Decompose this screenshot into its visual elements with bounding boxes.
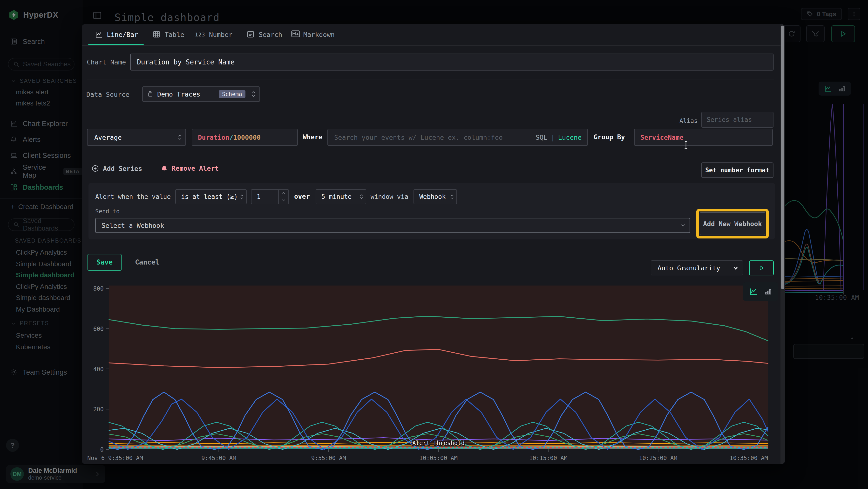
- select-chevrons-icon: [178, 134, 182, 141]
- alert-value-input[interactable]: 1: [251, 189, 289, 204]
- number-token: 1000000: [233, 134, 261, 141]
- text-cursor: [683, 140, 689, 150]
- select-chevrons-icon: [251, 91, 256, 97]
- chart-type-tabs: Line/Bar Table 123 Number Search Markdow…: [82, 24, 780, 46]
- select-chevrons-icon: [450, 194, 454, 200]
- svg-text:200: 200: [93, 406, 104, 413]
- svg-text:0: 0: [100, 446, 104, 453]
- set-number-format-button[interactable]: Set number format: [701, 163, 774, 178]
- modal-scrollbar[interactable]: [780, 24, 785, 464]
- svg-text:10:15:00 AM: 10:15:00 AM: [529, 455, 567, 461]
- chevron-down-icon: [733, 266, 738, 270]
- tab-search[interactable]: Search: [247, 24, 282, 45]
- svg-text:10:35:00 AM: 10:35:00 AM: [730, 455, 768, 461]
- run-query-button[interactable]: [749, 260, 774, 276]
- where-search-input[interactable]: Search your events w/ Lucene ex. column:…: [328, 129, 588, 146]
- table-icon: [153, 30, 161, 39]
- chart-name-input[interactable]: Duration by Service Name: [130, 54, 774, 70]
- add-series-button[interactable]: Add Series: [91, 165, 142, 172]
- alert-chart-svg: 0200400600800Nov 6 9:35:00 AM9:45:00 AM9…: [87, 281, 774, 463]
- database-icon: [147, 91, 153, 97]
- svg-text:9:45:00 AM: 9:45:00 AM: [201, 455, 236, 461]
- aggregation-select[interactable]: Average: [87, 129, 186, 146]
- svg-text:10:05:00 AM: 10:05:00 AM: [419, 455, 458, 461]
- alert-comparator-select[interactable]: is at least (≥): [175, 189, 247, 204]
- chart-name-label: Chart Name: [87, 58, 126, 66]
- alert-prefix-label: Alert when the value: [95, 193, 171, 200]
- line-chart-icon[interactable]: [749, 287, 758, 296]
- data-source-label: Data Source: [86, 91, 129, 98]
- tab-markdown[interactable]: Markdown: [291, 24, 335, 45]
- number-stepper[interactable]: [278, 190, 288, 204]
- step-down-icon[interactable]: [282, 199, 285, 202]
- where-label: Where: [303, 133, 322, 141]
- search-list-icon: [247, 30, 255, 39]
- tab-line-bar[interactable]: Line/Bar: [95, 24, 138, 45]
- remove-alert-button[interactable]: Remove Alert: [161, 165, 219, 172]
- chevron-down-icon: [681, 224, 685, 227]
- alert-window-select[interactable]: 5 minute: [316, 189, 366, 204]
- tab-number[interactable]: 123 Number: [195, 24, 232, 45]
- circle-plus-icon: [91, 165, 99, 172]
- edit-chart-modal: Line/Bar Table 123 Number Search Markdow…: [82, 24, 785, 464]
- svg-text:400: 400: [93, 366, 104, 373]
- alias-input[interactable]: Series alias: [702, 112, 774, 128]
- window-via-label: window via: [371, 193, 408, 200]
- group-by-input[interactable]: ServiceName: [634, 129, 773, 146]
- number-123-icon: 123: [195, 32, 205, 38]
- svg-text:Nov 6 9:35:00 AM: Nov 6 9:35:00 AM: [87, 455, 143, 461]
- field-token: Duration: [198, 134, 229, 141]
- granularity-select[interactable]: Auto Granularity: [651, 260, 743, 276]
- markdown-icon: [291, 30, 300, 39]
- alert-chart-preview: 0200400600800Nov 6 9:35:00 AM9:45:00 AM9…: [87, 281, 774, 463]
- bar-chart-icon[interactable]: [764, 288, 772, 295]
- webhook-select[interactable]: Select a Webhook: [95, 218, 690, 233]
- over-label: over: [294, 193, 310, 200]
- svg-text:800: 800: [93, 285, 104, 292]
- active-tab-indicator: [88, 44, 144, 46]
- svg-text:600: 600: [93, 325, 104, 333]
- group-by-label: Group By: [594, 133, 625, 141]
- cancel-button[interactable]: Cancel: [135, 258, 159, 266]
- data-source-select[interactable]: Demo Traces Schema: [142, 86, 260, 102]
- save-button[interactable]: Save: [88, 254, 122, 270]
- alert-config-panel: Alert when the value is at least (≥) 1 o…: [89, 183, 775, 239]
- lucene-mode-toggle[interactable]: Lucene: [558, 134, 582, 141]
- svg-text:10:25:00 AM: 10:25:00 AM: [639, 455, 677, 461]
- svg-text:Alert Threshold: Alert Threshold: [412, 440, 465, 447]
- alert-channel-select[interactable]: Webhook: [413, 189, 457, 204]
- line-chart-icon: [95, 30, 103, 39]
- sql-mode-toggle[interactable]: SQL: [535, 134, 547, 141]
- select-chevrons-icon: [360, 194, 363, 200]
- field-expression-input[interactable]: Duration/1000000: [192, 129, 298, 146]
- chart-type-toggle[interactable]: [743, 282, 778, 301]
- select-chevrons-icon: [240, 194, 244, 200]
- svg-text:9:55:00 AM: 9:55:00 AM: [311, 455, 346, 461]
- add-webhook-highlight: Add New Webhook: [696, 209, 769, 238]
- play-icon: [758, 265, 765, 271]
- tab-table[interactable]: Table: [153, 24, 184, 45]
- step-up-icon[interactable]: [282, 192, 285, 195]
- operator-token: /: [229, 134, 233, 141]
- alias-label: Alias: [679, 117, 698, 124]
- bell-alert-icon: [161, 165, 168, 172]
- send-to-label: Send to: [95, 208, 120, 215]
- schema-badge: Schema: [219, 90, 245, 98]
- scrollbar-thumb[interactable]: [781, 26, 784, 289]
- add-new-webhook-button[interactable]: Add New Webhook: [700, 212, 765, 235]
